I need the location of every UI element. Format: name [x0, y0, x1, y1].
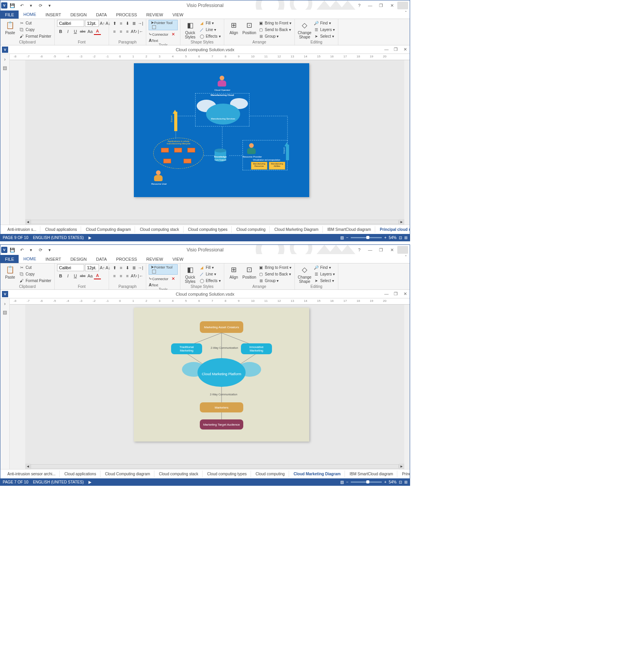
horizontal-scrollbar[interactable]: ◄ ► [25, 464, 404, 469]
provider-shape[interactable] [246, 143, 256, 155]
help-button[interactable]: ? [354, 246, 365, 254]
tab-file[interactable]: FILE [0, 255, 19, 263]
canvas[interactable]: Marketing Asset Creators Traditional Mar… [25, 305, 404, 464]
page-tab[interactable]: Principal cloud manufact... [376, 226, 410, 233]
page-tab[interactable]: Cloud Marketing Diagram [270, 226, 322, 233]
orientation-button[interactable]: A↻ [131, 272, 137, 279]
qat-more[interactable]: ▾ [45, 1, 54, 10]
font-size-input[interactable] [85, 20, 99, 27]
send-back-button[interactable]: ▢Send to Back ▾ [258, 271, 293, 277]
align-bottom-button[interactable]: ⬇ [125, 264, 131, 271]
zoom-slider[interactable] [351, 237, 382, 238]
format-painter-button[interactable]: 🖌Format Painter [18, 278, 52, 284]
doc-minimize[interactable]: — [382, 291, 391, 296]
orientation-button[interactable]: A↻ [131, 28, 137, 35]
tab-review[interactable]: REVIEW [142, 255, 168, 263]
page-tab[interactable]: IBM SmartCloud diagram [324, 226, 375, 233]
page-tab[interactable]: Anti-intrusion sensor archi... [3, 471, 60, 477]
page-tab[interactable]: Cloud computing stack [155, 471, 203, 477]
doc-restore[interactable]: ❐ [391, 47, 400, 52]
stencil-icon[interactable]: ▤ [2, 309, 8, 315]
scroll-track[interactable] [31, 464, 399, 469]
line-button[interactable]: ／Line ▾ [198, 27, 221, 33]
fit-page-button[interactable]: ⊡ [399, 236, 402, 240]
stencil-icon[interactable]: ▤ [2, 65, 8, 71]
horizontal-scrollbar[interactable]: ◄ ► [25, 219, 404, 225]
mfg-abilities-box[interactable]: Manufacturing Abilities [269, 162, 285, 170]
qat-more[interactable]: ▾ [45, 246, 54, 254]
page-tab[interactable]: Cloud applications [41, 226, 81, 233]
import-arrow[interactable] [286, 145, 289, 160]
group-button[interactable]: ⊞Group ▾ [258, 278, 293, 284]
audience-box[interactable]: Marketing Target Audience [200, 419, 243, 430]
page-tab[interactable]: Cloud applications [61, 471, 100, 477]
cloud-operator-shape[interactable] [217, 76, 227, 87]
tab-insert[interactable]: INSERT [41, 255, 66, 263]
scroll-left-button[interactable]: ◄ [25, 219, 31, 225]
change-shape-button[interactable]: ◇Change Shape [297, 264, 312, 284]
quick-styles-button[interactable]: ◧Quick Styles [183, 20, 197, 40]
quick-styles-button[interactable]: ◧Quick Styles [183, 264, 197, 284]
page-tab[interactable]: Cloud computing [252, 471, 289, 477]
zoom-level[interactable]: 54% [389, 236, 397, 240]
text-tool-button[interactable]: AText [149, 38, 178, 43]
connector-tool-button[interactable]: ⤷Connector✕ [149, 31, 178, 38]
align-left-button[interactable]: ≡ [111, 28, 118, 35]
scroll-left-button[interactable]: ◄ [25, 464, 31, 469]
cut-button[interactable]: ✂Cut [18, 20, 52, 26]
strike-button[interactable]: abc [79, 28, 86, 35]
indent-button[interactable]: →| [137, 264, 144, 271]
drawing-page-1[interactable]: Cloud Operator Manufacturing Cloud Manuf… [134, 63, 309, 197]
tab-home[interactable]: HOME [19, 255, 41, 263]
fill-button[interactable]: ◢Fill ▾ [198, 265, 221, 271]
indent-button[interactable]: →| [137, 20, 144, 27]
tab-review[interactable]: REVIEW [142, 10, 168, 19]
bold-button[interactable]: B [57, 272, 64, 279]
close-button[interactable]: ✕ [386, 246, 397, 254]
delete-button[interactable]: ✕ [170, 275, 177, 282]
fit-width-button[interactable]: ⊞ [404, 480, 407, 484]
page-tab[interactable]: Cloud computing [232, 226, 270, 233]
paste-button[interactable]: 📋Paste [3, 264, 17, 284]
effects-button[interactable]: ◯Effects ▾ [198, 278, 221, 284]
align-center-button[interactable]: ≡ [118, 28, 124, 35]
app-box-5[interactable] [184, 159, 191, 163]
refresh-button[interactable]: ⟳ [36, 246, 45, 254]
paste-button[interactable]: 📋Paste [3, 20, 17, 40]
doc-close[interactable]: ✕ [400, 47, 410, 52]
select-button[interactable]: ➤Select ▾ [313, 278, 336, 284]
strike-button[interactable]: abc [79, 272, 86, 279]
traditional-box[interactable]: Traditional Marketing [171, 343, 202, 354]
case-button[interactable]: Aa [87, 28, 94, 35]
group-button[interactable]: ⊞Group ▾ [258, 33, 293, 40]
layers-button[interactable]: ☰Layers ▾ [313, 271, 336, 277]
scroll-right-button[interactable]: ► [399, 464, 404, 469]
presentation-icon[interactable]: ▧ [340, 236, 344, 240]
tab-design[interactable]: DESIGN [66, 10, 91, 19]
bullets-button[interactable]: ≣ [131, 20, 137, 27]
font-color-button[interactable]: A [94, 272, 101, 279]
undo-button[interactable]: ↶ [17, 1, 26, 10]
tab-view[interactable]: VIEW [168, 255, 188, 263]
qat-dropdown[interactable]: ▾ [27, 1, 35, 10]
line-button[interactable]: ／Line ▾ [198, 271, 221, 277]
page-tab[interactable]: Cloud Computing diagram [101, 471, 154, 477]
tab-insert[interactable]: INSERT [41, 10, 66, 19]
canvas[interactable]: Cloud Operator Manufacturing Cloud Manuf… [25, 60, 404, 219]
shapes-panel-toggle[interactable]: › [2, 56, 8, 62]
page-tab[interactable]: Cloud computing types [203, 471, 251, 477]
scroll-track[interactable] [31, 220, 399, 224]
page-tab[interactable]: Anti-intrusion s... [3, 226, 40, 233]
layers-button[interactable]: ☰Layers ▾ [313, 27, 336, 33]
case-button[interactable]: Aa [87, 272, 94, 279]
app-box-1[interactable] [161, 148, 169, 152]
drawing-page-2[interactable]: Marketing Asset Creators Traditional Mar… [134, 308, 309, 442]
page-tab[interactable]: Cloud computing types [184, 226, 232, 233]
page-tab[interactable]: Cloud Computing diagram [82, 226, 135, 233]
undo-button[interactable]: ↶ [17, 246, 26, 254]
user-shape[interactable] [153, 170, 163, 182]
font-color-button[interactable]: A [94, 28, 101, 35]
app-box-3[interactable] [187, 148, 195, 152]
text-tool-button[interactable]: AText [149, 282, 178, 287]
page-tab[interactable]: Cloud Marketing Diagram [290, 471, 345, 477]
